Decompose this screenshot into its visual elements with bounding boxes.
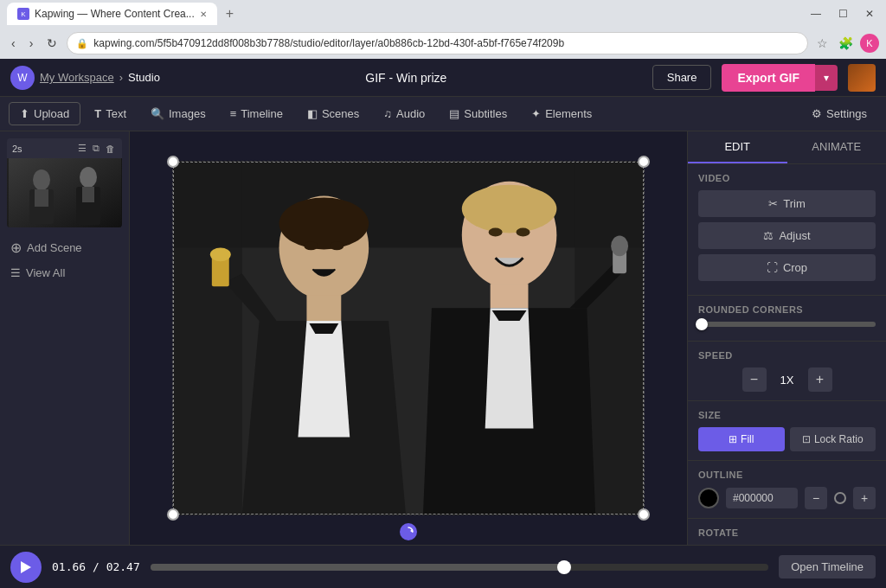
user-avatar[interactable] — [848, 64, 876, 92]
app-header: W My Workspace › Studio GIF - Win prize … — [0, 59, 886, 97]
timeline-button[interactable]: ≡ Timeline — [220, 102, 293, 125]
avatar-image — [848, 64, 876, 92]
workspace-link[interactable]: My Workspace — [40, 71, 114, 84]
svg-rect-4 — [35, 189, 48, 207]
scene-menu-button[interactable]: ☰ — [76, 142, 88, 155]
refresh-button[interactable]: ↻ — [42, 35, 61, 52]
fill-button[interactable]: ⊞ Fill — [698, 427, 785, 451]
settings-button[interactable]: ⚙ Settings — [801, 102, 877, 125]
open-timeline-button[interactable]: Open Timeline — [779, 555, 876, 578]
tab-edit[interactable]: EDIT — [688, 131, 787, 163]
scenes-button[interactable]: ◧ Scenes — [297, 102, 369, 125]
scene-thumbnail — [7, 158, 122, 227]
lock-ratio-label: Lock Ratio — [814, 433, 864, 445]
star-icon[interactable]: ☆ — [813, 35, 831, 52]
url-bar[interactable]: 🔒 kapwing.com/5f5b470912dd8f008b3b7788/s… — [67, 32, 808, 54]
tab-animate[interactable]: ANIMATE — [787, 131, 887, 163]
tab-close-icon[interactable]: ✕ — [200, 10, 207, 19]
svg-point-2 — [33, 169, 50, 190]
svg-point-24 — [611, 235, 628, 256]
crop-icon: ⛶ — [767, 261, 778, 274]
speed-decrease-button[interactable]: − — [742, 368, 767, 392]
close-button[interactable]: ✕ — [860, 6, 879, 22]
svg-point-18 — [304, 241, 318, 250]
text-button[interactable]: T Text — [84, 102, 137, 125]
scene-header: 2s ☰ ⧉ 🗑 — [7, 138, 122, 158]
speed-section: SPEED − 1X + — [688, 341, 886, 400]
canvas-frame[interactable] — [172, 161, 645, 515]
timeline-scrubber[interactable] — [151, 564, 768, 571]
elements-button[interactable]: ✦ Elements — [521, 102, 602, 125]
handle-bottom-left[interactable] — [167, 508, 179, 521]
browser-extension-icons: ☆ 🧩 K — [813, 34, 879, 53]
url-text: kapwing.com/5f5b470912dd8f008b3b7788/stu… — [93, 37, 799, 49]
add-icon: ⊕ — [10, 240, 22, 256]
size-section-label: SIZE — [698, 410, 876, 420]
minimize-button[interactable]: — — [806, 6, 826, 22]
rounded-corners-label: ROUNDED CORNERS — [698, 304, 876, 315]
text-label: Text — [106, 107, 126, 120]
bottom-bar: 01.66 / 02.47 Open Timeline — [0, 545, 886, 588]
view-all-button[interactable]: ☰ View All — [0, 261, 129, 284]
total-time: 02.47 — [106, 560, 140, 573]
size-section: SIZE ⊞ Fill ⊡ Lock Ratio — [688, 400, 886, 460]
scenes-label: Scenes — [322, 107, 359, 120]
speed-section-label: SPEED — [698, 350, 876, 361]
workspace-avatar: W — [10, 66, 35, 90]
rounded-corners-thumb[interactable] — [696, 318, 708, 330]
canvas-area[interactable] — [130, 131, 687, 545]
scene-item[interactable]: 2s ☰ ⧉ 🗑 — [7, 138, 122, 227]
audio-button[interactable]: ♫ Audio — [373, 102, 435, 125]
outline-color-swatch[interactable] — [698, 488, 719, 508]
share-button[interactable]: Share — [652, 65, 712, 90]
scene-controls: ☰ ⧉ 🗑 — [76, 142, 117, 155]
upload-button[interactable]: ⬆ Upload — [9, 102, 80, 125]
images-button[interactable]: 🔍 Images — [140, 102, 216, 125]
export-button[interactable]: Export GIF — [722, 64, 815, 92]
outline-decrease-button[interactable]: − — [805, 487, 827, 509]
crop-button[interactable]: ⛶ Crop — [698, 254, 876, 281]
scene-duration: 2s — [12, 144, 22, 154]
timeline-thumb[interactable] — [557, 560, 571, 574]
svg-point-14 — [279, 198, 369, 250]
rotation-handle[interactable] — [400, 523, 417, 540]
maximize-button[interactable]: ☐ — [833, 6, 853, 22]
toolbar: ⬆ Upload T Text 🔍 Images ≡ Timeline ◧ Sc… — [0, 97, 886, 131]
right-panel: EDIT ANIMATE VIDEO ✂ Trim ⚖ Adjust ⛶ Cro… — [687, 131, 886, 545]
svg-rect-1 — [9, 158, 121, 227]
trim-button[interactable]: ✂ Trim — [698, 190, 876, 217]
lock-ratio-button[interactable]: ⊡ Lock Ratio — [790, 427, 876, 451]
images-icon: 🔍 — [151, 107, 164, 120]
window-controls: — ☐ ✕ — [806, 6, 879, 22]
handle-bottom-right[interactable] — [638, 508, 650, 521]
timeline-icon: ≡ — [230, 107, 237, 120]
rotate-section: ROTATE — [688, 518, 886, 545]
adjust-button[interactable]: ⚖ Adjust — [698, 222, 876, 249]
subtitles-label: Subtitles — [464, 107, 507, 120]
svg-rect-7 — [82, 187, 94, 202]
scene-delete-button[interactable]: 🗑 — [104, 142, 117, 155]
speed-increase-button[interactable]: + — [808, 368, 832, 392]
extensions-icon[interactable]: 🧩 — [835, 35, 857, 52]
new-tab-button[interactable]: + — [221, 4, 239, 23]
outline-increase-button[interactable]: + — [853, 487, 876, 509]
browser-tab[interactable]: K Kapwing — Where Content Crea... ✕ — [7, 3, 217, 25]
audio-label: Audio — [396, 107, 425, 120]
export-dropdown-button[interactable]: ▾ — [815, 65, 838, 91]
rounded-corners-slider[interactable] — [698, 322, 876, 327]
images-label: Images — [169, 107, 206, 120]
profile-icon[interactable]: K — [860, 34, 879, 53]
add-scene-button[interactable]: ⊕ Add Scene — [0, 234, 129, 261]
handle-top-right[interactable] — [638, 156, 650, 168]
play-button[interactable] — [10, 552, 42, 583]
fill-icon: ⊞ — [729, 433, 737, 445]
subtitles-button[interactable]: ▤ Subtitles — [439, 102, 517, 125]
back-button[interactable]: ‹ — [7, 35, 20, 52]
outline-color-value[interactable]: #000000 — [726, 488, 798, 508]
crop-label: Crop — [783, 261, 807, 274]
video-frame-svg — [173, 161, 644, 515]
forward-button[interactable]: › — [25, 35, 38, 52]
handle-top-left[interactable] — [167, 156, 179, 168]
scene-copy-button[interactable]: ⧉ — [91, 142, 101, 155]
text-icon: T — [94, 107, 101, 120]
